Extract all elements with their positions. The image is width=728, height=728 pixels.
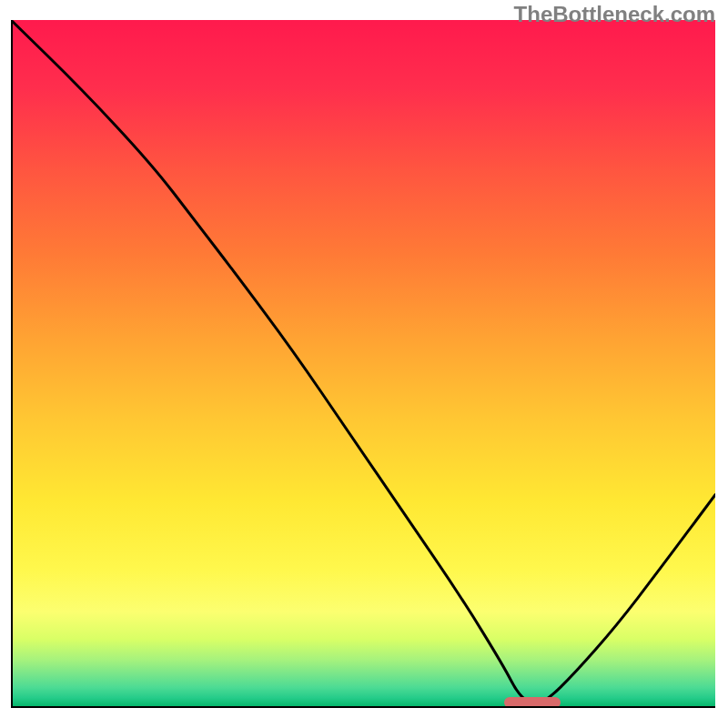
chart-container: TheBottleneck.com <box>0 0 728 728</box>
bottleneck-curve <box>11 20 715 708</box>
x-axis <box>11 706 715 708</box>
y-axis <box>11 20 13 708</box>
